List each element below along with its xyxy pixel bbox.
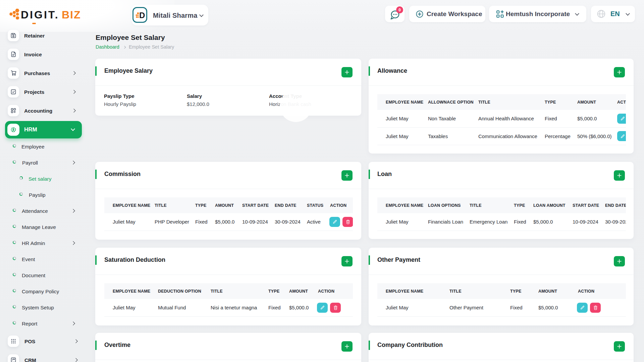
svg-text:DIGIT.: DIGIT.	[21, 9, 59, 21]
svg-text:BIZ: BIZ	[62, 9, 81, 21]
svg-text:D: D	[139, 11, 145, 19]
